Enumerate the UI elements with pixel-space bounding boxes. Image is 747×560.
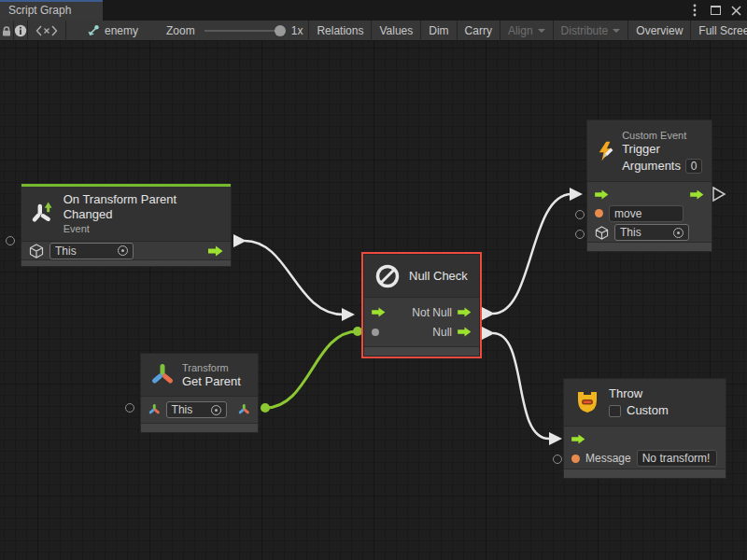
node-port-row [564, 429, 726, 449]
flow-output-port[interactable] [208, 245, 223, 257]
node-subtitle: Event [63, 222, 221, 235]
transform-icon [150, 363, 175, 387]
node-footer [364, 346, 479, 356]
gameobject-cube-icon [29, 244, 44, 259]
node-category: Transform [182, 361, 241, 374]
output-label: Null [432, 326, 452, 339]
node-port-row: Message No transform! [564, 449, 726, 469]
flow-output-port[interactable] [690, 189, 704, 200]
values-button[interactable]: Values [371, 21, 420, 41]
node-get-parent[interactable]: Transform Get Parent This [140, 353, 259, 433]
graph-name-label: enemy [105, 24, 138, 37]
node-port-row: Not Null [364, 302, 479, 322]
target-dropdown[interactable]: This [614, 224, 689, 241]
custom-checkbox-label: Custom [627, 403, 669, 418]
graph-asset-icon [87, 24, 100, 37]
node-title: Null Check [409, 269, 468, 284]
node-category: Custom Event [622, 129, 702, 142]
unconnected-input-port[interactable] [553, 455, 562, 464]
carry-button[interactable]: Carry [457, 21, 500, 41]
zoom-value: 1x [291, 24, 303, 37]
node-port-row [587, 185, 712, 203]
flow-input-port[interactable] [372, 307, 386, 317]
dim-button[interactable]: Dim [420, 21, 456, 41]
gameobject-cube-icon [595, 226, 609, 240]
custom-checkbox[interactable] [609, 405, 621, 417]
message-label: Message [585, 452, 631, 465]
graph-reference[interactable]: enemy [87, 24, 138, 37]
toolbar-buttons: Relations Values Dim Carry Align Distrib… [308, 21, 747, 41]
node-throw[interactable]: Throw Custom Message No transform! [563, 378, 726, 479]
node-header: Custom Event Trigger Arguments 0 [587, 120, 712, 182]
zoom-control: Zoom 1x [166, 24, 308, 37]
lock-button[interactable] [0, 21, 14, 41]
null-check-icon [374, 262, 402, 290]
object-picker-icon[interactable] [673, 228, 684, 238]
unconnected-input-port[interactable] [575, 230, 585, 239]
node-title: Trigger [622, 142, 702, 157]
zoom-slider-handle[interactable] [275, 25, 286, 36]
value-input-port[interactable] [372, 329, 379, 336]
object-picker-icon[interactable] [118, 245, 128, 256]
unconnected-input-port[interactable] [6, 236, 15, 245]
arguments-label: Arguments [622, 159, 681, 174]
node-header: Null Check [364, 255, 479, 298]
overview-button[interactable]: Overview [627, 21, 690, 41]
distribute-button[interactable]: Distribute [553, 21, 628, 41]
object-picker-icon[interactable] [211, 405, 221, 415]
kebab-menu-icon[interactable] [687, 3, 702, 18]
target-dropdown[interactable]: This [49, 243, 134, 259]
output-label: Not Null [412, 306, 452, 319]
relations-button[interactable]: Relations [308, 21, 371, 41]
node-port-row: This [21, 242, 231, 259]
throw-error-icon [573, 389, 601, 415]
event-name-field[interactable]: move [609, 205, 684, 222]
node-header: On Transform Parent Changed Event [21, 187, 231, 242]
target-dropdown[interactable]: This [166, 401, 228, 418]
close-icon[interactable] [728, 3, 743, 18]
node-header-text: Throw Custom [609, 386, 669, 418]
node-port-row: move [587, 204, 712, 223]
arguments-count-field[interactable]: 0 [685, 159, 702, 174]
string-input-port[interactable] [571, 455, 580, 463]
message-field[interactable]: No transform! [637, 450, 717, 467]
node-title: On Transform Parent Changed [63, 192, 221, 222]
code-icon [35, 25, 58, 36]
unconnected-input-port[interactable] [125, 403, 134, 413]
transform-input-port[interactable] [148, 403, 161, 416]
transform-output-port[interactable] [238, 403, 250, 416]
tab-title: Script Graph [8, 4, 71, 17]
flow-input-port[interactable] [595, 189, 609, 200]
graph-toolbar: enemy Zoom 1x Relations Values Dim Carry… [0, 21, 747, 41]
tab-bar: Script Graph [0, 0, 747, 21]
tab-script-graph[interactable]: Script Graph [0, 0, 103, 21]
custom-event-icon [597, 136, 614, 166]
info-icon [14, 24, 27, 37]
window-controls [687, 0, 743, 21]
flow-input-port[interactable] [571, 434, 585, 444]
code-view-button[interactable] [28, 21, 66, 41]
flow-output-port[interactable] [458, 307, 472, 317]
zoom-slider[interactable] [204, 30, 284, 32]
full-screen-button[interactable]: Full Screen [690, 21, 747, 41]
node-footer [141, 423, 258, 432]
node-header: Transform Get Parent [141, 354, 258, 397]
node-null-check[interactable]: Null Check Not Null Null [363, 254, 480, 357]
chevron-down-icon [613, 29, 620, 33]
node-footer [21, 259, 231, 266]
node-custom-event-trigger[interactable]: Custom Event Trigger Arguments 0 [586, 119, 712, 252]
unconnected-input-port[interactable] [575, 210, 585, 219]
node-header: Throw Custom [564, 379, 726, 427]
node-title: Throw [609, 386, 669, 401]
chevron-down-icon [538, 29, 545, 33]
info-button[interactable] [14, 21, 28, 41]
node-footer [587, 242, 712, 251]
maximize-icon[interactable] [708, 3, 723, 18]
flow-output-port[interactable] [458, 327, 472, 337]
node-on-transform-parent-changed[interactable]: On Transform Parent Changed Event This [21, 183, 232, 267]
node-header-text: Transform Get Parent [182, 361, 241, 389]
align-button[interactable]: Align [500, 21, 553, 41]
node-port-row: This [587, 223, 712, 242]
node-port-row: Null [364, 322, 479, 342]
string-input-port[interactable] [595, 209, 603, 217]
